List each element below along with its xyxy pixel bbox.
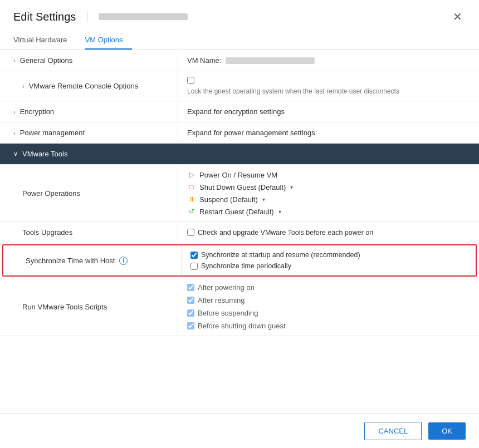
suspend-icon: ⏸ bbox=[187, 195, 196, 204]
sync-periodic-checkbox[interactable] bbox=[190, 263, 198, 270]
shutdown-icon: □ bbox=[187, 183, 196, 191]
power-operations-value-cell: ▷ Power On / Resume VM □ Shut Down Guest… bbox=[178, 165, 479, 221]
sync-startup-checkbox[interactable] bbox=[190, 252, 198, 259]
sync-time-row: Synchronize Time with Host i Synchronize… bbox=[3, 245, 476, 275]
tools-upgrades-row: Tools Upgrades Check and upgrade VMware … bbox=[0, 222, 479, 243]
run-scripts-label: Run VMware Tools Scripts bbox=[22, 303, 107, 311]
encryption-value-cell: Expand for encryption settings bbox=[178, 101, 479, 122]
shutdown-dropdown-icon[interactable]: ▾ bbox=[290, 184, 293, 190]
remote-console-checkbox-row bbox=[187, 77, 470, 84]
sync-time-value-cell: Synchronize at startup and resume (recom… bbox=[182, 245, 476, 275]
tab-vm-options[interactable]: VM Options bbox=[85, 30, 132, 50]
power-operations-label: Power Operations bbox=[22, 189, 80, 198]
power-operations-row: Power Operations ▷ Power On / Resume VM … bbox=[0, 165, 479, 222]
script-suspend-checkbox[interactable] bbox=[187, 309, 194, 317]
restart-dropdown-icon[interactable]: ▾ bbox=[278, 209, 281, 215]
encryption-value: Expand for encryption settings bbox=[187, 107, 470, 116]
sync-time-info-icon[interactable]: i bbox=[119, 257, 128, 265]
sync-time-label-cell: Synchronize Time with Host i bbox=[3, 245, 182, 275]
power-op-power-on: ▷ Power On / Resume VM bbox=[187, 170, 470, 179]
shutdown-label: Shut Down Guest (Default) bbox=[199, 183, 286, 191]
encryption-row: › Encryption Expand for encryption setti… bbox=[0, 101, 479, 122]
sync-time-label: Synchronize Time with Host bbox=[26, 257, 115, 265]
power-op-shutdown: □ Shut Down Guest (Default) ▾ bbox=[187, 183, 470, 191]
vmware-tools-chevron[interactable]: ∨ bbox=[13, 150, 18, 157]
script-item-power-on: After powering on bbox=[187, 283, 470, 292]
script-item-resume: After resuming bbox=[187, 296, 470, 304]
vmware-remote-console-chevron[interactable]: › bbox=[22, 83, 25, 90]
run-scripts-label-cell: Run VMware Tools Scripts bbox=[0, 278, 178, 336]
power-management-value: Expand for power management settings bbox=[187, 129, 470, 137]
tabs-bar: Virtual Hardware VM Options bbox=[0, 30, 479, 50]
restart-icon: ↺ bbox=[187, 207, 196, 216]
power-on-label: Power On / Resume VM bbox=[199, 171, 277, 179]
tools-upgrades-label-cell: Tools Upgrades bbox=[0, 222, 178, 243]
restart-label: Restart Guest (Default) bbox=[199, 208, 274, 216]
remote-console-checkbox[interactable] bbox=[187, 77, 194, 84]
general-options-row: › General Options VM Name: bbox=[0, 50, 479, 71]
script-item-shutdown: Before shutting down guest bbox=[187, 322, 470, 330]
title-divider bbox=[87, 11, 87, 22]
vmware-remote-console-label-cell: › VMware Remote Console Options bbox=[0, 71, 178, 101]
encryption-label: Encryption bbox=[20, 107, 54, 116]
tools-upgrades-value-cell: Check and upgrade VMware Tools before ea… bbox=[178, 222, 479, 243]
script-item-suspend: Before suspending bbox=[187, 309, 470, 317]
power-operations-label-cell: Power Operations bbox=[0, 165, 178, 221]
script-shutdown-label: Before shutting down guest bbox=[198, 322, 286, 330]
script-power-on-checkbox[interactable] bbox=[187, 284, 194, 291]
encryption-chevron[interactable]: › bbox=[13, 109, 16, 115]
script-power-on-label: After powering on bbox=[198, 283, 255, 292]
general-options-value-cell: VM Name: bbox=[178, 50, 479, 71]
sync-periodic-label: Synchronize time periodically bbox=[201, 262, 291, 270]
sync-periodic-checkbox-row: Synchronize time periodically bbox=[190, 262, 467, 270]
vm-name-value bbox=[226, 57, 315, 64]
power-op-suspend: ⏸ Suspend (Default) ▾ bbox=[187, 195, 470, 204]
run-scripts-value-cell: After powering on After resuming Before … bbox=[178, 278, 479, 336]
dialog-footer: CANCEL OK bbox=[0, 413, 479, 448]
cancel-button[interactable]: CANCEL bbox=[364, 422, 422, 440]
script-suspend-label: Before suspending bbox=[198, 309, 258, 317]
vmware-remote-console-value-cell: Lock the guest operating system when the… bbox=[178, 71, 479, 101]
vm-name-label: VM Name: bbox=[187, 56, 221, 65]
dialog-title: Edit Settings bbox=[13, 11, 76, 23]
sync-startup-label: Synchronize at startup and resume (recom… bbox=[201, 251, 360, 259]
encryption-label-cell: › Encryption bbox=[0, 101, 178, 122]
power-management-row: › Power management Expand for power mana… bbox=[0, 122, 479, 144]
sync-startup-checkbox-row: Synchronize at startup and resume (recom… bbox=[190, 251, 467, 259]
general-options-label-cell: › General Options bbox=[0, 50, 178, 71]
power-op-restart: ↺ Restart Guest (Default) ▾ bbox=[187, 207, 470, 216]
dialog-header: Edit Settings ✕ bbox=[0, 0, 479, 23]
power-management-label-cell: › Power management bbox=[0, 122, 178, 143]
tab-virtual-hardware[interactable]: Virtual Hardware bbox=[13, 30, 76, 50]
tools-upgrades-checkbox-label: Check and upgrade VMware Tools before ea… bbox=[198, 229, 373, 237]
tools-upgrades-label: Tools Upgrades bbox=[22, 228, 72, 237]
vmware-tools-label: VMware Tools bbox=[22, 150, 67, 158]
dialog-body: › General Options VM Name: › VMware Remo… bbox=[0, 50, 479, 413]
remote-console-description: Lock the guest operating system when the… bbox=[187, 87, 470, 95]
script-shutdown-checkbox[interactable] bbox=[187, 322, 194, 329]
script-resume-checkbox[interactable] bbox=[187, 297, 194, 304]
edit-settings-dialog: Edit Settings ✕ Virtual Hardware VM Opti… bbox=[0, 0, 479, 448]
power-management-label: Power management bbox=[20, 129, 85, 137]
suspend-dropdown-icon[interactable]: ▾ bbox=[262, 196, 265, 203]
vmware-remote-console-label: VMware Remote Console Options bbox=[29, 82, 139, 90]
power-on-icon: ▷ bbox=[187, 170, 196, 179]
suspend-label: Suspend (Default) bbox=[199, 195, 258, 204]
power-management-chevron[interactable]: › bbox=[13, 130, 16, 136]
vmware-tools-section-header: ∨ VMware Tools bbox=[0, 144, 479, 165]
close-button[interactable]: ✕ bbox=[449, 10, 466, 23]
general-options-chevron[interactable]: › bbox=[13, 57, 16, 64]
vmware-remote-console-row: › VMware Remote Console Options Lock the… bbox=[0, 71, 479, 101]
general-options-label: General Options bbox=[20, 56, 73, 65]
vmware-tools-label-cell: ∨ VMware Tools bbox=[0, 144, 479, 164]
run-scripts-row: Run VMware Tools Scripts After powering … bbox=[0, 278, 479, 336]
tools-upgrades-checkbox[interactable] bbox=[187, 229, 194, 236]
script-resume-label: After resuming bbox=[198, 296, 245, 304]
power-management-value-cell: Expand for power management settings bbox=[178, 122, 479, 143]
ok-button[interactable]: OK bbox=[428, 422, 466, 440]
tools-upgrades-checkbox-row: Check and upgrade VMware Tools before ea… bbox=[187, 229, 470, 237]
sync-time-highlighted-container: Synchronize Time with Host i Synchronize… bbox=[2, 244, 477, 277]
title-subtitle bbox=[99, 13, 188, 20]
vm-name-row: VM Name: bbox=[187, 56, 470, 65]
